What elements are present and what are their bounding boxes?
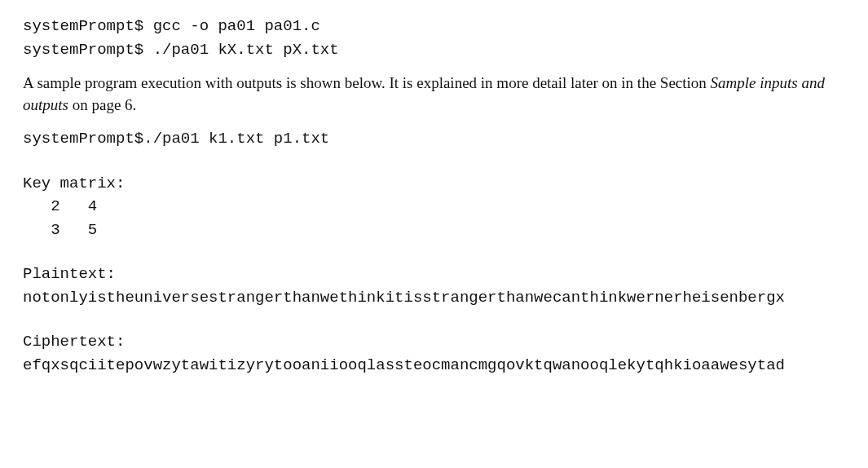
ciphertext-label: Ciphertext: [23, 330, 845, 354]
shell-prompt: systemPrompt$ [23, 41, 153, 59]
plaintext-label: Plaintext: [23, 263, 845, 286]
key-matrix-label: Key matrix: [23, 172, 845, 196]
ciphertext-value: efqxsqciitepovwzytawitizyrytooaniiooqlas… [23, 354, 845, 377]
run-command: ./pa01 kX.txt pX.txt [153, 41, 339, 59]
run-command-line: systemPrompt$ ./pa01 kX.txt pX.txt [23, 38, 845, 62]
key-matrix-row-2: 3 5 [23, 219, 845, 242]
prose-tail: on page 6. [68, 96, 136, 113]
compile-command-line: systemPrompt$ gcc -o pa01 pa01.c [23, 15, 845, 38]
plaintext-value: notonlyistheuniversestrangerthanwethinki… [23, 286, 845, 310]
explanation-paragraph: A sample program execution with outputs … [23, 73, 845, 116]
compile-run-commands: systemPrompt$ gcc -o pa01 pa01.c systemP… [23, 15, 845, 61]
program-output: Key matrix: 2 4 3 5 Plaintext: notonlyis… [23, 172, 845, 377]
shell-prompt: systemPrompt$ [23, 17, 153, 35]
sample-invocation-line: systemPrompt$./pa01 k1.txt p1.txt [23, 127, 845, 151]
prose-lead: A sample program execution with outputs … [23, 74, 711, 91]
shell-prompt: systemPrompt$ [23, 130, 143, 148]
sample-command: ./pa01 k1.txt p1.txt [143, 130, 329, 148]
key-matrix-row-1: 2 4 [23, 195, 845, 219]
compile-command: gcc -o pa01 pa01.c [153, 17, 320, 35]
